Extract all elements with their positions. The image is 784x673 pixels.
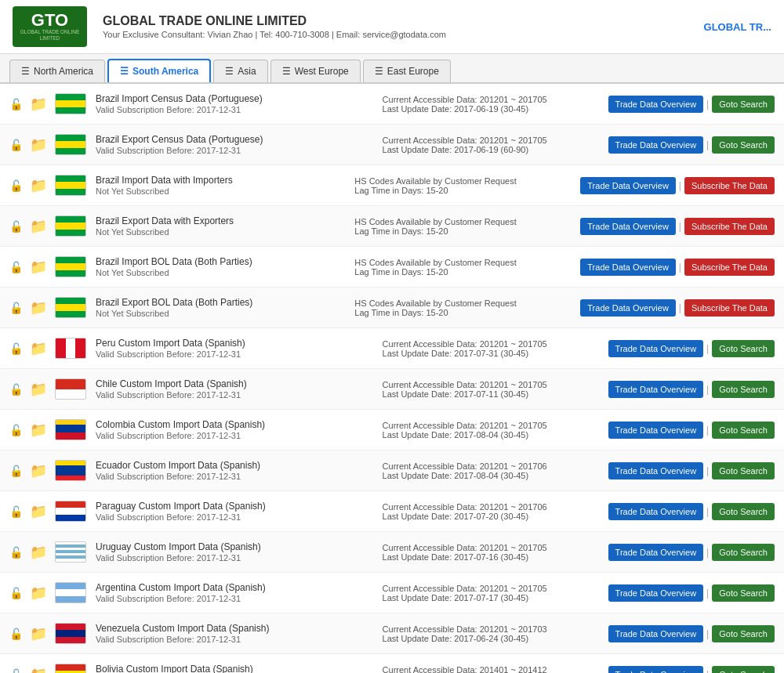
action-button[interactable]: Goto Search [712, 136, 775, 154]
action-button[interactable]: Subscribe The Data [684, 299, 775, 317]
btn-group: Trade Data Overview | Goto Search [608, 666, 775, 674]
data-info: Brazil Import BOL Data (Both Parties) No… [96, 256, 348, 277]
trade-data-overview-button[interactable]: Trade Data Overview [608, 544, 704, 561]
tab-icon: ☰ [21, 66, 30, 77]
trade-data-overview-button[interactable]: Trade Data Overview [608, 666, 704, 674]
btn-separator: | [706, 465, 709, 476]
status-line1: Current Accessible Data: 201201 ~ 201705 [383, 421, 602, 430]
trade-data-overview-button[interactable]: Trade Data Overview [608, 422, 704, 439]
data-info: Brazil Import Data with Importers Not Ye… [96, 175, 348, 196]
data-info: Chile Custom Import Data (Spanish) Valid… [96, 378, 376, 400]
folder-icon: 📁 [30, 625, 52, 642]
trade-data-overview-button[interactable]: Trade Data Overview [608, 584, 704, 602]
data-subtitle: Not Yet Subscribed [96, 268, 348, 277]
action-button[interactable]: Goto Search [712, 422, 775, 439]
status-line2: Lag Time in Days: 15-20 [354, 267, 574, 277]
action-button[interactable]: Subscribe The Data [684, 177, 775, 194]
action-button[interactable]: Goto Search [712, 462, 775, 479]
tab-label: North America [34, 66, 93, 77]
flag [55, 541, 86, 563]
flag [55, 460, 86, 481]
tab-north-america[interactable]: ☰ North America [9, 60, 105, 82]
tab-south-america[interactable]: ☰ South America [107, 59, 211, 82]
btn-group: Trade Data Overview | Goto Search [608, 340, 775, 357]
status-line2: Last Update Date: 2017-08-04 (30-45) [383, 430, 602, 440]
data-info: Uruguay Custom Import Data (Spanish) Val… [96, 541, 376, 563]
lock-icon: 🔓 [9, 628, 27, 640]
trade-data-overview-button[interactable]: Trade Data Overview [608, 503, 704, 520]
trade-data-overview-button[interactable]: Trade Data Overview [580, 177, 676, 194]
data-status: HS Codes Available by Customer Request L… [354, 299, 574, 317]
data-subtitle: Valid Subscription Before: 2017-12-31 [96, 390, 376, 400]
folder-icon: 📁 [30, 503, 52, 520]
lock-icon: 🔓 [9, 587, 27, 599]
action-button[interactable]: Goto Search [712, 96, 775, 113]
trade-data-overview-button[interactable]: Trade Data Overview [580, 259, 676, 276]
action-button[interactable]: Goto Search [712, 666, 775, 674]
tab-west-europe[interactable]: ☰ West Europe [270, 60, 361, 82]
status-line1: Current Accessible Data: 201201 ~ 201706 [383, 502, 602, 512]
btn-separator: | [679, 302, 681, 313]
btn-separator: | [706, 384, 709, 395]
data-title: Venezuela Custom Import Data (Spanish) [96, 623, 376, 634]
table-row: 🔓 📁 Bolivia Custom Import Data (Spanish)… [0, 654, 784, 673]
action-button[interactable]: Goto Search [712, 381, 775, 398]
data-info: Brazil Export BOL Data (Both Parties) No… [96, 297, 348, 318]
action-button[interactable]: Goto Search [712, 544, 775, 561]
table-row: 🔓 📁 Paraguay Custom Import Data (Spanish… [0, 491, 784, 532]
btn-group: Trade Data Overview | Goto Search [608, 584, 775, 602]
data-subtitle: Valid Subscription Before: 2017-12-31 [96, 472, 376, 481]
action-button[interactable]: Subscribe The Data [684, 259, 775, 276]
data-info: Peru Custom Import Data (Spanish) Valid … [96, 338, 376, 359]
action-button[interactable]: Goto Search [712, 584, 775, 602]
action-button[interactable]: Goto Search [712, 625, 775, 642]
folder-icon: 📁 [30, 259, 52, 276]
lock-icon: 🔓 [9, 505, 27, 518]
status-line2: Last Update Date: 2017-06-19 (60-90) [383, 145, 602, 154]
btn-separator: | [706, 425, 709, 436]
flag [55, 175, 86, 196]
action-button[interactable]: Subscribe The Data [684, 218, 775, 235]
data-title: Brazil Export Census Data (Portuguese) [96, 134, 376, 145]
btn-separator: | [706, 99, 709, 110]
trade-data-overview-button[interactable]: Trade Data Overview [608, 96, 704, 113]
data-info: Ecuador Custom Import Data (Spanish) Val… [96, 460, 376, 481]
btn-separator: | [706, 628, 709, 639]
trade-data-overview-button[interactable]: Trade Data Overview [580, 299, 676, 317]
data-subtitle: Valid Subscription Before: 2017-12-31 [96, 594, 376, 603]
folder-icon: 📁 [30, 340, 52, 357]
tab-asia[interactable]: ☰ Asia [213, 60, 267, 82]
status-line2: Last Update Date: 2017-07-11 (30-45) [383, 389, 602, 399]
data-status: Current Accessible Data: 201201 ~ 201705… [383, 136, 602, 154]
tab-label: Asia [238, 66, 256, 77]
btn-separator: | [706, 506, 709, 517]
data-subtitle: Not Yet Subscribed [96, 309, 348, 318]
status-line1: Current Accessible Data: 201201 ~ 201705 [383, 584, 602, 593]
status-line1: HS Codes Available by Customer Request [354, 258, 574, 267]
btn-separator: | [706, 139, 709, 150]
folder-icon: 📁 [30, 136, 52, 154]
header-info: GLOBAL TRADE ONLINE LIMITED Your Exclusi… [103, 14, 704, 39]
tab-east-europe[interactable]: ☰ East Europe [363, 60, 451, 82]
status-line2: Last Update Date: 2017-07-16 (30-45) [383, 552, 602, 562]
action-button[interactable]: Goto Search [712, 503, 775, 520]
status-line1: Current Accessible Data: 201201 ~ 201705 [383, 543, 602, 552]
trade-data-overview-button[interactable]: Trade Data Overview [608, 136, 704, 154]
btn-group: Trade Data Overview | Subscribe The Data [580, 218, 775, 235]
logo-box: GTO GLOBAL TRADE ONLINE LIMITED [13, 6, 87, 47]
table-row: 🔓 📁 Brazil Import Census Data (Portugues… [0, 84, 784, 125]
trade-data-overview-button[interactable]: Trade Data Overview [608, 462, 704, 479]
trade-data-overview-button[interactable]: Trade Data Overview [608, 381, 704, 398]
table-row: 🔓 📁 Brazil Import Data with Importers No… [0, 165, 784, 206]
trade-data-overview-button[interactable]: Trade Data Overview [580, 218, 676, 235]
status-line1: Current Accessible Data: 201201 ~ 201705 [383, 95, 602, 104]
btn-group: Trade Data Overview | Goto Search [608, 503, 775, 520]
trade-data-overview-button[interactable]: Trade Data Overview [608, 340, 704, 357]
trade-data-overview-button[interactable]: Trade Data Overview [608, 625, 704, 642]
data-status: Current Accessible Data: 201201 ~ 201706… [383, 461, 602, 480]
action-button[interactable]: Goto Search [712, 340, 775, 357]
status-line2: Last Update Date: 2017-07-17 (30-45) [383, 593, 602, 602]
status-line2: Last Update Date: 2017-07-31 (30-45) [383, 349, 602, 358]
data-status: Current Accessible Data: 201201 ~ 201705… [383, 380, 602, 399]
data-title: Brazil Export Data with Exporters [96, 215, 348, 226]
